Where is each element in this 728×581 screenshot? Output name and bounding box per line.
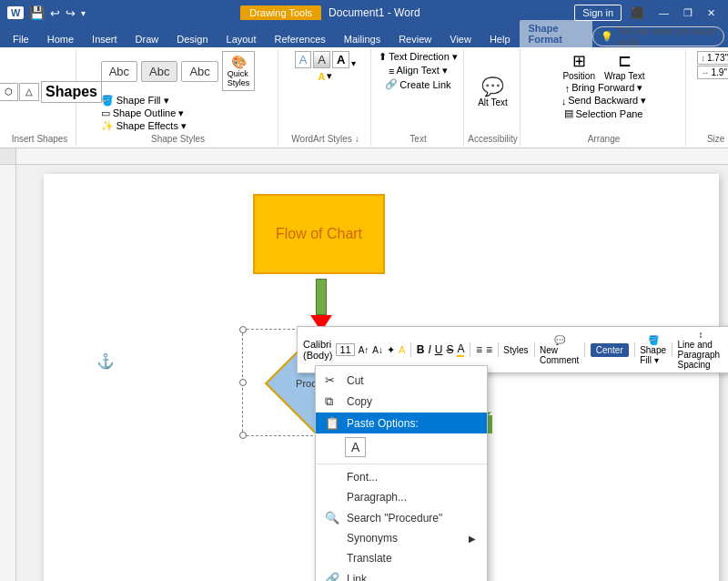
tell-me-bar[interactable]: 💡 Tell me what you want to do bbox=[592, 26, 724, 46]
tab-references[interactable]: References bbox=[266, 31, 335, 47]
create-link-label: Create Link bbox=[399, 79, 450, 90]
tab-review[interactable]: Review bbox=[389, 31, 440, 47]
send-backward-label: Send Backward ▾ bbox=[568, 95, 646, 107]
wrap-text-btn[interactable]: ⊏ Wrap Text bbox=[604, 51, 645, 81]
text-fill-btn[interactable]: A ▾ bbox=[318, 70, 333, 82]
menu-item-synonyms[interactable]: Synonyms ▶ bbox=[316, 528, 487, 548]
shape-option-2[interactable]: ⬡ bbox=[0, 83, 18, 101]
ft-clear[interactable]: ✦ bbox=[387, 344, 395, 356]
ft-italic[interactable]: I bbox=[428, 343, 430, 356]
ft-strikethrough[interactable]: S bbox=[446, 343, 453, 356]
close-button[interactable]: ✕ bbox=[702, 5, 721, 21]
ft-font[interactable]: Calibri (Body) bbox=[303, 339, 332, 361]
align-text-btn[interactable]: ≡ Align Text ▾ bbox=[389, 65, 448, 76]
quick-styles-button[interactable]: 🎨 QuickStyles bbox=[222, 51, 256, 91]
flow-of-chart-shape[interactable]: Flow of Chart bbox=[253, 194, 385, 274]
alt-text-btn[interactable]: 💬 Alt Text bbox=[474, 72, 511, 111]
canvas-area[interactable]: ⚓ Flow of Chart bbox=[16, 165, 728, 581]
ft-underline[interactable]: U bbox=[435, 343, 443, 356]
wordart-style-2[interactable]: A bbox=[313, 51, 330, 68]
ft-shape-fill[interactable]: 🪣 Shape Fill ▾ bbox=[640, 335, 666, 365]
shape-outline-label: Shape Outline ▾ bbox=[113, 107, 185, 119]
shape-outline-btn[interactable]: ▭ Shape Outline ▾ bbox=[101, 107, 187, 119]
selection-pane-btn[interactable]: ▤ Selection Pane bbox=[564, 107, 642, 119]
height-input[interactable]: ↕ 1.73" bbox=[697, 51, 729, 65]
tab-shape-format[interactable]: Shape Format bbox=[520, 20, 593, 47]
text-direction-btn[interactable]: ⬆ Text Direction ▾ bbox=[379, 51, 458, 63]
ft-shrink[interactable]: A↓ bbox=[372, 345, 383, 355]
ft-line-spacing[interactable]: ↕ Line and Paragraph Spacing bbox=[677, 330, 723, 370]
wordart-style-3[interactable]: A bbox=[332, 51, 349, 68]
ft-font-color[interactable]: A bbox=[457, 342, 464, 357]
paragraph-label: Paragraph... bbox=[347, 491, 407, 504]
paste-icon: 📋 bbox=[325, 416, 339, 430]
font-label: Font... bbox=[347, 471, 378, 484]
cut-label: Cut bbox=[347, 374, 364, 387]
ft-numbering[interactable]: ≡ bbox=[486, 343, 492, 356]
tab-draw[interactable]: Draw bbox=[126, 31, 168, 47]
position-btn[interactable]: ⊞ Position bbox=[562, 51, 595, 81]
ribbon-group-accessibility: 💬 Alt Text Accessibility bbox=[466, 49, 521, 146]
tab-view[interactable]: View bbox=[440, 31, 480, 47]
menu-item-cut[interactable]: ✂ Cut bbox=[316, 370, 487, 391]
ft-highlight[interactable]: A bbox=[399, 344, 405, 355]
paste-icon-1[interactable]: A bbox=[345, 437, 366, 457]
fill-icon: 🪣 bbox=[101, 95, 114, 107]
tab-layout[interactable]: Layout bbox=[217, 31, 266, 47]
handle-tl[interactable] bbox=[239, 326, 247, 333]
minimize-button[interactable]: — bbox=[653, 5, 674, 20]
shape-style-btn-3[interactable]: Abc bbox=[181, 61, 217, 82]
quick-access-save[interactable]: 💾 bbox=[29, 5, 45, 20]
shape-fill-btn[interactable]: 🪣 Shape Fill ▾ bbox=[101, 95, 187, 107]
position-label: Position bbox=[562, 71, 595, 81]
arrange-content: ⊞ Position ⊏ Wrap Text ↑ Bring Forward ▾… bbox=[561, 51, 647, 132]
ft-center[interactable]: Center bbox=[591, 343, 629, 357]
create-link-btn[interactable]: 🔗 Create Link bbox=[385, 78, 450, 90]
ribbon-group-arrange: ⊞ Position ⊏ Wrap Text ↑ Bring Forward ▾… bbox=[522, 49, 686, 146]
bring-forward-btn[interactable]: ↑ Bring Forward ▾ bbox=[565, 82, 643, 94]
menu-item-font[interactable]: Font... bbox=[316, 467, 487, 487]
shape-option-3[interactable]: △ bbox=[19, 83, 39, 101]
tab-home[interactable]: Home bbox=[38, 31, 83, 47]
width-input[interactable]: ↔ 1.9" bbox=[697, 66, 729, 79]
shape-effects-btn[interactable]: ✨ Shape Effects ▾ bbox=[101, 120, 187, 132]
wordart-more[interactable]: ▾ bbox=[351, 58, 356, 68]
menu-item-paste-options[interactable]: 📋 Paste Options: bbox=[316, 413, 487, 433]
handle-bl[interactable] bbox=[239, 432, 247, 439]
maximize-button[interactable]: ❐ bbox=[678, 5, 698, 21]
quick-access-redo[interactable]: ↪ bbox=[66, 6, 76, 20]
menu-item-copy[interactable]: ⧉ Copy bbox=[316, 391, 487, 413]
shape-style-btn-2[interactable]: Abc bbox=[141, 61, 177, 82]
sign-in-button[interactable]: Sign in bbox=[574, 5, 622, 21]
menu-item-search[interactable]: 🔍 Search "Procedure" bbox=[316, 507, 487, 528]
handle-ml[interactable] bbox=[239, 379, 247, 386]
wordart-style-1[interactable]: A bbox=[295, 51, 312, 68]
title-bar-right: Sign in ⬛ — ❐ ✕ bbox=[574, 5, 721, 21]
ft-size[interactable]: 11 bbox=[336, 343, 354, 356]
ft-bullets[interactable]: ≡ bbox=[476, 343, 482, 356]
accessibility-label: Accessibility bbox=[468, 132, 517, 144]
tab-file[interactable]: File bbox=[4, 31, 38, 47]
document-title: Document1 - Word bbox=[329, 6, 420, 19]
ft-bold[interactable]: B bbox=[417, 343, 425, 356]
tab-insert[interactable]: Insert bbox=[83, 31, 126, 47]
send-backward-btn[interactable]: ↓ Send Backward ▾ bbox=[561, 95, 647, 107]
quick-access-undo[interactable]: ↩ bbox=[50, 6, 60, 20]
tab-design[interactable]: Design bbox=[167, 31, 217, 47]
ft-new-comment[interactable]: 💬 New Comment bbox=[540, 335, 579, 365]
ribbon-collapse[interactable]: ⬛ bbox=[625, 5, 650, 21]
wordart-styles-label: WordArt Styles ↓ bbox=[291, 132, 359, 144]
tab-mailings[interactable]: Mailings bbox=[335, 31, 389, 47]
menu-item-link[interactable]: 🔗 Link bbox=[316, 568, 487, 581]
menu-item-paragraph[interactable]: Paragraph... bbox=[316, 487, 487, 507]
ribbon-tab-bar: File Home Insert Draw Design Layout Refe… bbox=[0, 25, 728, 47]
menu-item-translate[interactable]: Translate bbox=[316, 548, 487, 568]
shape-style-btn-1[interactable]: Abc bbox=[101, 61, 137, 82]
tab-help[interactable]: Help bbox=[480, 31, 520, 47]
ft-grow[interactable]: A↑ bbox=[359, 345, 369, 355]
flow-of-chart-text: Flow of Chart bbox=[276, 226, 362, 242]
paste-icons-row: A bbox=[316, 433, 487, 461]
synonyms-arrow: ▶ bbox=[469, 534, 476, 544]
ft-styles[interactable]: Styles bbox=[503, 345, 528, 355]
lightbulb-icon: 💡 bbox=[601, 31, 613, 43]
